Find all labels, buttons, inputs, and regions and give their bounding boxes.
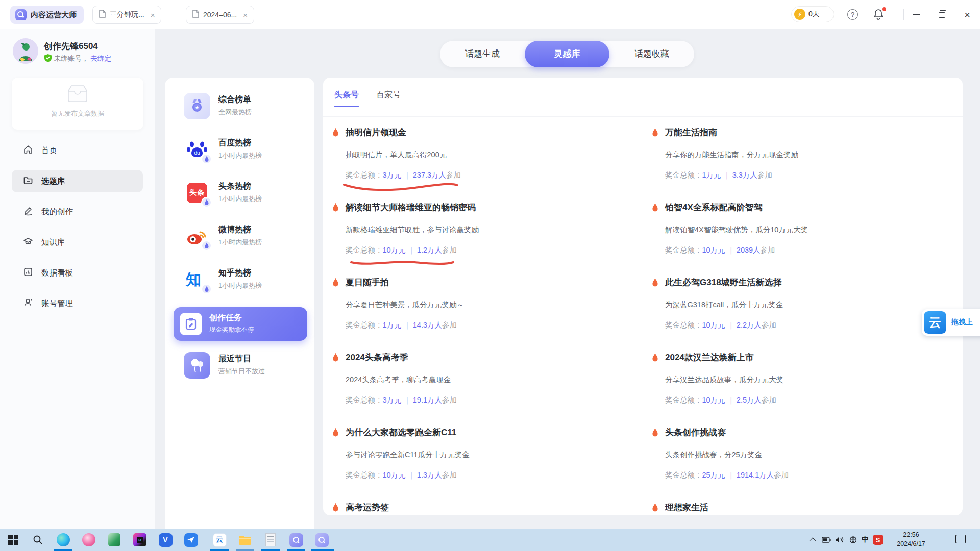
avatar[interactable] [13, 38, 38, 64]
restore-button[interactable] [935, 8, 948, 21]
help-glyph: ? [851, 11, 854, 18]
ime-indicator[interactable]: 中 [860, 533, 871, 547]
sogou-icon[interactable]: S [872, 533, 884, 547]
purple-app-icon[interactable] [289, 533, 303, 547]
task-card[interactable]: 万能生活指南 分享你的万能生活指南，分万元现金奖励 奖金总额：1万元｜3.3万人… [643, 119, 963, 194]
tab-topic-favorites[interactable]: 话题收藏 [609, 41, 694, 67]
app-main-tab[interactable]: 内容运营大师 [10, 6, 84, 24]
bind-status-row: 未绑账号， 去绑定 [44, 54, 111, 64]
purple-app-icon-2[interactable] [314, 533, 329, 547]
hotlist-item-tasks-active[interactable]: 创作任务 现金奖励拿不停 [174, 307, 307, 341]
days-badge[interactable]: ⚡ 0天 [791, 6, 834, 22]
home-icon [23, 144, 33, 157]
yun-app-icon[interactable]: 云 [212, 533, 227, 547]
pink-app-icon[interactable] [82, 533, 96, 547]
taskbar-clock[interactable]: 22:56 2024/6/17 [891, 531, 932, 548]
network-icon[interactable] [847, 533, 859, 547]
prize-label: 奖金总额： [346, 321, 383, 329]
participants-value: 2.2万人 [737, 321, 762, 329]
notes-app-icon[interactable] [107, 533, 121, 547]
cloud-drag-widget[interactable]: 云 拖拽上 [922, 309, 980, 336]
edge-browser-icon[interactable] [56, 533, 70, 547]
volume-icon[interactable] [834, 533, 845, 547]
participants-value: 237.3万人 [413, 171, 446, 179]
hotlist-item-weibo[interactable]: 微博热榜 1小时内最热榜 [184, 223, 306, 251]
task-card[interactable]: 解读细节大师格瑞维亚的畅销密码 新款格瑞维亚细节取胜，参与讨论赢奖励 奖金总额：… [323, 194, 643, 269]
days-badge-label: 0天 [808, 10, 820, 19]
ime-label: 中 [862, 535, 869, 544]
notifications-bell-icon[interactable] [873, 8, 885, 20]
start-button[interactable] [6, 533, 20, 547]
titlebar: 内容运营大师 三分钟玩... × 2024–06... × ⚡ 0天 ? × [0, 0, 980, 29]
sidebar-item-home[interactable]: 首页 [12, 139, 143, 162]
doc-tab-2[interactable]: 2024–06... × [186, 6, 254, 24]
flame-icon [651, 503, 659, 514]
hotlist-item-overall[interactable]: ★ 综合榜单 全网最热榜 [184, 93, 306, 120]
prize-divider: ｜ [406, 246, 417, 254]
doc-tab-1[interactable]: 三分钟玩... × [92, 6, 161, 24]
prize-label: 奖金总额： [665, 321, 702, 329]
hotlist-item-title: 综合榜单 [218, 94, 251, 105]
task-card[interactable]: 2024头条高考季 2024头条高考季，聊高考赢现金 奖金总额：3万元｜19.1… [323, 344, 643, 419]
prize-label: 奖金总额： [665, 471, 702, 479]
help-icon[interactable]: ? [847, 9, 858, 20]
sidebar-item-knowledge[interactable]: 知识库 [12, 231, 143, 254]
close-tab-icon[interactable]: × [243, 11, 248, 19]
hotlist-item-subtitle: 营销节日不放过 [218, 367, 265, 376]
hotlist-item-zhihu[interactable]: 知 知乎热榜 1小时内最热榜 [184, 266, 306, 294]
tab-inspiration-library[interactable]: 灵感库 [525, 41, 609, 67]
task-card[interactable]: 头条创作挑战赛 头条创作挑战赛，分25万奖金 奖金总额：25万元｜1914.1万… [643, 419, 963, 494]
participants-value: 2039人 [737, 246, 761, 254]
intellij-icon[interactable]: IJ [133, 533, 147, 547]
action-center-icon[interactable] [955, 535, 966, 543]
hotlist-item-subtitle: 现金奖励拿不停 [209, 325, 254, 334]
task-card[interactable]: 此生必驾G318城野生活新选择 为深蓝G318打call，瓜分十万元奖金 奖金总… [643, 269, 963, 344]
user-icon [23, 297, 33, 310]
close-button[interactable]: × [961, 8, 974, 21]
flame-icon [651, 353, 659, 364]
flame-icon [332, 278, 339, 289]
battery-icon[interactable] [821, 533, 832, 547]
join-suffix: 参加 [774, 471, 789, 479]
sidebar-item-label: 选题库 [41, 176, 65, 187]
tab-topic-generate[interactable]: 话题生成 [440, 41, 525, 67]
bird-app-icon[interactable] [184, 533, 198, 547]
sidebar-item-accounts[interactable]: 账号管理 [12, 292, 143, 315]
sidebar-item-label: 账号管理 [41, 298, 73, 309]
sidebar-item-label: 数据看板 [41, 268, 73, 279]
task-card[interactable]: 夏日随手拍 分享夏日芒种美景，瓜分万元奖励～ 奖金总额：1万元｜14.3万人参加 [323, 269, 643, 344]
hotlist-item-baidu[interactable]: du 百度热榜 1小时内最热榜 [184, 136, 306, 164]
task-card[interactable]: 为什么大家都选零跑全新C11 参与讨论零跑全新C11瓜分十万元奖金 奖金总额：1… [323, 419, 643, 494]
task-card[interactable]: 理想家生活 [643, 494, 963, 515]
hotlist-item-subtitle: 1小时内最热榜 [218, 281, 262, 290]
file-explorer-icon[interactable] [238, 533, 252, 547]
tray-chevron-icon[interactable] [808, 533, 818, 547]
prize-label: 奖金总额： [346, 396, 383, 404]
task-card[interactable]: 抽明信片领现金 抽取明信片，单人最高得200元 奖金总额：3万元｜237.3万人… [323, 119, 643, 194]
balloons-icon [184, 352, 210, 379]
sidebar-item-dashboard[interactable]: 数据看板 [12, 262, 143, 284]
task-card[interactable]: 高考运势签 [323, 494, 643, 515]
taskbar-search-icon[interactable] [31, 533, 45, 547]
cloud-app-icon: 云 [924, 311, 946, 334]
participants-value: 19.1万人 [413, 396, 442, 404]
subtab-baijia-account[interactable]: 百家号 [376, 90, 401, 101]
task-card[interactable]: 铂智4X全系标配高阶智驾 解读铂智4X智能驾驶优势，瓜分10万元大奖 奖金总额：… [643, 194, 963, 269]
close-tab-icon[interactable]: × [151, 11, 155, 19]
subtab-toutiao-account[interactable]: 头条号 [334, 90, 359, 101]
task-card-title: 解读细节大师格瑞维亚的畅销密码 [346, 202, 476, 213]
app-logo-icon [15, 9, 27, 20]
minimize-icon [913, 14, 920, 15]
hotlist-item-toutiao[interactable]: 头条 头条热榜 1小时内最热榜 [184, 180, 306, 207]
v-app-icon[interactable]: V [158, 533, 173, 547]
hotlist-item-festivals[interactable]: 最近节日 营销节日不放过 [184, 352, 306, 380]
prize-divider: ｜ [406, 471, 417, 479]
bind-action-link[interactable]: 去绑定 [91, 54, 112, 63]
sidebar-item-my-creations[interactable]: 我的创作 [12, 201, 143, 223]
minimize-button[interactable] [910, 8, 923, 21]
notepad-icon[interactable] [263, 533, 278, 547]
sidebar-item-topics[interactable]: 选题库 [12, 170, 143, 192]
prize-value: 10万元 [702, 246, 725, 254]
participants-value: 3.3万人 [732, 171, 757, 179]
task-card[interactable]: 2024款汉兰达焕新上市 分享汉兰达品质故事，瓜分万元大奖 奖金总额：10万元｜… [643, 344, 963, 419]
